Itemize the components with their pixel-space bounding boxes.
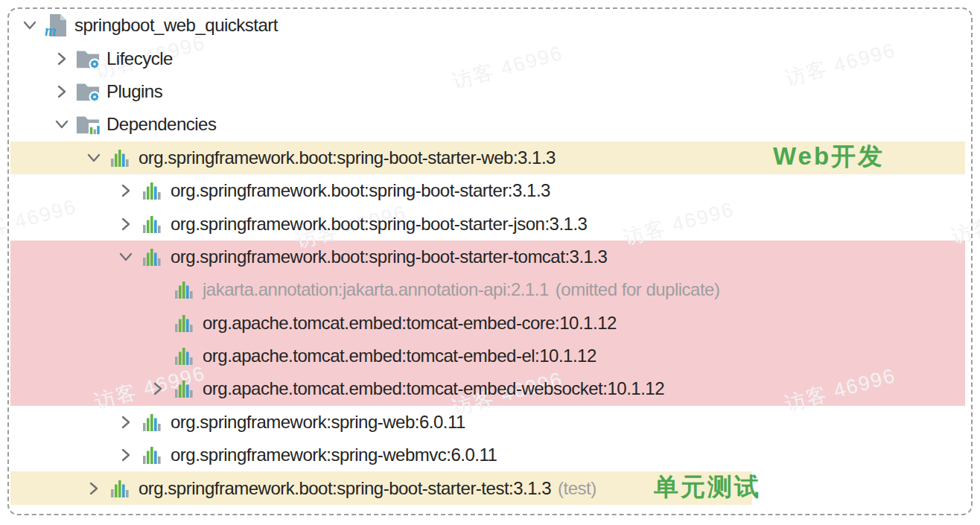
dependency-icon	[139, 443, 165, 467]
maven-dependency-panel: 访客 46996访客 46996访客 46996访客 46996访客 46996…	[0, 0, 980, 525]
chevron-down-icon[interactable]	[19, 15, 40, 36]
tree-row[interactable]: org.springframework.boot:spring-boot-sta…	[10, 174, 970, 207]
tree-row[interactable]: jakarta.annotation:jakarta.annotation-ap…	[10, 273, 970, 306]
tree-indent	[10, 58, 51, 59]
tree-row[interactable]: org.springframework.boot:spring-boot-sta…	[10, 471, 970, 504]
tree-indent	[10, 256, 115, 257]
tree-indent	[10, 455, 115, 456]
dependency-label: org.springframework.boot:spring-boot-sta…	[171, 246, 607, 267]
dependency-label: Dependencies	[106, 114, 216, 135]
chevron-right-icon[interactable]	[147, 378, 168, 399]
chevron-spacer	[147, 313, 168, 334]
tree-indent	[10, 157, 83, 158]
dependency-icon	[139, 212, 165, 236]
chevron-right-icon[interactable]	[83, 478, 104, 499]
dependency-label: springboot_web_quickstart	[74, 15, 278, 36]
dependency-label: org.springframework:spring-webmvc:6.0.11	[171, 445, 497, 465]
dependency-icon	[139, 410, 165, 434]
tree-row[interactable]: org.apache.tomcat.embed:tomcat-embed-cor…	[10, 307, 970, 340]
chevron-right-icon[interactable]	[115, 180, 136, 201]
dependency-tree: m springboot_web_quickstart Lifecycle Pl…	[10, 9, 970, 505]
dependency-icon	[171, 377, 197, 401]
dependency-icon	[107, 146, 133, 170]
chevron-right-icon[interactable]	[115, 214, 136, 235]
chevron-right-icon[interactable]	[115, 445, 136, 465]
dependency-label: org.springframework.boot:spring-boot-sta…	[139, 478, 551, 499]
tree-row[interactable]: org.springframework.boot:spring-boot-sta…	[10, 207, 970, 240]
folder-gear-icon	[75, 47, 101, 71]
dependency-label: org.apache.tomcat.embed:tomcat-embed-el:…	[203, 346, 596, 366]
tree-row[interactable]: org.springframework:spring-webmvc:6.0.11	[10, 439, 970, 471]
tree-indent	[10, 322, 147, 323]
tree-row[interactable]: org.apache.tomcat.embed:tomcat-embed-web…	[10, 372, 970, 405]
dependency-label: Lifecycle	[106, 48, 173, 69]
tree-indent	[10, 389, 147, 389]
dependency-suffix: (omitted for duplicate)	[556, 279, 720, 300]
dependency-label: Plugins	[106, 81, 162, 102]
tree-row[interactable]: Dependencies	[10, 108, 970, 141]
chevron-spacer	[147, 279, 168, 300]
annotation-unit-test: 单元测试	[654, 472, 761, 502]
tree-indent	[10, 91, 51, 92]
tree-row[interactable]: Plugins	[10, 75, 970, 108]
dependency-icon	[107, 477, 133, 500]
dependency-label: org.springframework.boot:spring-boot-sta…	[171, 180, 550, 201]
tree-indent	[10, 223, 115, 224]
tree-indent	[10, 488, 83, 489]
tree-row[interactable]: m springboot_web_quickstart	[10, 9, 970, 42]
dependency-label: org.apache.tomcat.embed:tomcat-embed-web…	[203, 378, 664, 399]
chevron-down-icon[interactable]	[115, 246, 136, 267]
dependency-icon	[171, 278, 197, 302]
dependency-icon	[139, 179, 165, 203]
chevron-spacer	[147, 346, 168, 366]
dependency-icon	[171, 344, 197, 368]
tree-row[interactable]: Lifecycle	[10, 42, 970, 74]
dependency-label: org.springframework:spring-web:6.0.11	[171, 412, 465, 433]
chevron-right-icon[interactable]	[51, 48, 72, 69]
dependency-label: org.springframework.boot:spring-boot-sta…	[171, 214, 587, 235]
dependency-label: org.apache.tomcat.embed:tomcat-embed-cor…	[203, 313, 617, 334]
folder-chart-icon	[75, 112, 101, 136]
maven-module-icon: m	[43, 13, 69, 37]
tree-indent	[10, 191, 115, 191]
svg-text:m: m	[45, 22, 57, 37]
dependency-label: jakarta.annotation:jakarta.annotation-ap…	[203, 279, 549, 300]
dependency-suffix: (test)	[558, 478, 596, 499]
chevron-right-icon[interactable]	[115, 412, 136, 433]
tree-indent	[10, 356, 147, 357]
tree-indent	[10, 25, 19, 26]
tree-indent	[10, 124, 51, 125]
tree-indent	[10, 421, 115, 422]
dependency-icon	[139, 245, 165, 269]
tree-row[interactable]: org.springframework.boot:spring-boot-sta…	[10, 241, 970, 273]
annotation-web-dev: Web开发	[773, 141, 885, 171]
chevron-right-icon[interactable]	[51, 81, 72, 102]
tree-row[interactable]: org.apache.tomcat.embed:tomcat-embed-el:…	[10, 340, 970, 372]
chevron-down-icon[interactable]	[83, 147, 104, 168]
tree-row[interactable]: org.springframework:spring-web:6.0.11	[10, 406, 970, 439]
folder-gear-icon	[75, 80, 101, 104]
dependency-label: org.springframework.boot:spring-boot-sta…	[139, 147, 556, 168]
tree-indent	[10, 290, 147, 290]
dependency-icon	[171, 311, 197, 335]
chevron-down-icon[interactable]	[51, 114, 72, 135]
